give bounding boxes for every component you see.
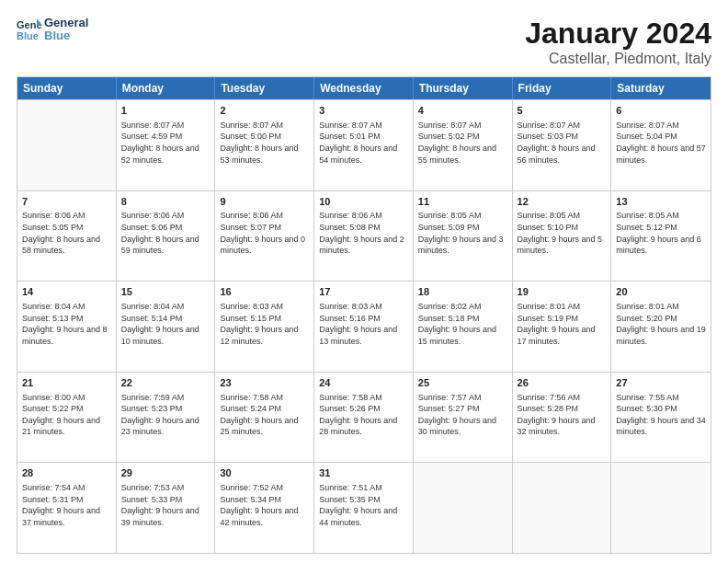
logo-line2: Blue xyxy=(44,29,88,42)
day-number: 22 xyxy=(121,376,210,390)
calendar-cell: 31 Sunrise: 7:51 AM Sunset: 5:35 PM Dayl… xyxy=(314,463,414,553)
day-number: 28 xyxy=(22,466,111,480)
calendar-cell: 8 Sunrise: 8:06 AM Sunset: 5:06 PM Dayli… xyxy=(117,191,216,282)
day-number: 19 xyxy=(518,285,607,299)
cell-info: Sunrise: 7:54 AM Sunset: 5:31 PM Dayligh… xyxy=(22,482,111,528)
calendar-cell xyxy=(414,463,513,553)
day-number: 24 xyxy=(319,376,408,390)
cell-info: Sunrise: 7:51 AM Sunset: 5:35 PM Dayligh… xyxy=(319,482,408,528)
cell-info: Sunrise: 7:56 AM Sunset: 5:28 PM Dayligh… xyxy=(518,392,607,438)
day-number: 23 xyxy=(220,376,309,390)
calendar-week: 28 Sunrise: 7:54 AM Sunset: 5:31 PM Dayl… xyxy=(17,462,711,553)
calendar-cell xyxy=(611,463,711,553)
calendar-cell: 17 Sunrise: 8:03 AM Sunset: 5:16 PM Dayl… xyxy=(314,282,414,372)
cell-info: Sunrise: 8:01 AM Sunset: 5:20 PM Dayligh… xyxy=(616,301,706,347)
day-number: 26 xyxy=(518,376,607,390)
calendar-week: 7 Sunrise: 8:06 AM Sunset: 5:05 PM Dayli… xyxy=(17,190,711,282)
calendar-cell: 5 Sunrise: 8:07 AM Sunset: 5:03 PM Dayli… xyxy=(513,100,612,190)
calendar-cell: 12 Sunrise: 8:05 AM Sunset: 5:10 PM Dayl… xyxy=(513,191,612,282)
cell-info: Sunrise: 8:07 AM Sunset: 5:00 PM Dayligh… xyxy=(220,120,309,166)
calendar-cell: 29 Sunrise: 7:53 AM Sunset: 5:33 PM Dayl… xyxy=(117,463,216,553)
day-number: 16 xyxy=(220,285,309,299)
calendar-cell: 7 Sunrise: 8:06 AM Sunset: 5:05 PM Dayli… xyxy=(17,191,117,282)
cell-info: Sunrise: 8:06 AM Sunset: 5:08 PM Dayligh… xyxy=(319,210,408,256)
day-number: 12 xyxy=(518,195,607,209)
cell-info: Sunrise: 8:03 AM Sunset: 5:16 PM Dayligh… xyxy=(319,301,408,347)
calendar-cell: 25 Sunrise: 7:57 AM Sunset: 5:27 PM Dayl… xyxy=(414,373,513,463)
calendar-cell: 10 Sunrise: 8:06 AM Sunset: 5:08 PM Dayl… xyxy=(314,191,414,282)
day-number: 15 xyxy=(121,285,210,299)
calendar-cell: 28 Sunrise: 7:54 AM Sunset: 5:31 PM Dayl… xyxy=(17,463,117,553)
page: General Blue General Blue January 2024 C… xyxy=(0,0,728,563)
day-of-week-header: Thursday xyxy=(414,77,513,99)
calendar-cell: 24 Sunrise: 7:58 AM Sunset: 5:26 PM Dayl… xyxy=(314,373,414,463)
cell-info: Sunrise: 7:58 AM Sunset: 5:24 PM Dayligh… xyxy=(220,392,309,438)
logo-line1: General xyxy=(44,17,88,29)
day-of-week-header: Tuesday xyxy=(215,77,314,99)
day-number: 25 xyxy=(418,376,507,390)
calendar-cell: 19 Sunrise: 8:01 AM Sunset: 5:19 PM Dayl… xyxy=(513,282,612,372)
day-number: 9 xyxy=(220,195,309,209)
day-number: 20 xyxy=(616,285,706,299)
subtitle: Castellar, Piedmont, Italy xyxy=(525,51,711,67)
calendar-cell: 26 Sunrise: 7:56 AM Sunset: 5:28 PM Dayl… xyxy=(513,373,612,463)
calendar-cell: 1 Sunrise: 8:07 AM Sunset: 4:59 PM Dayli… xyxy=(117,100,216,190)
day-number: 1 xyxy=(121,104,210,118)
calendar: SundayMondayTuesdayWednesdayThursdayFrid… xyxy=(17,76,711,554)
cell-info: Sunrise: 8:06 AM Sunset: 5:05 PM Dayligh… xyxy=(22,210,111,256)
day-number: 10 xyxy=(319,195,408,209)
day-of-week-header: Monday xyxy=(117,77,216,99)
calendar-cell: 9 Sunrise: 8:06 AM Sunset: 5:07 PM Dayli… xyxy=(215,191,314,282)
day-of-week-header: Saturday xyxy=(611,77,711,99)
cell-info: Sunrise: 7:58 AM Sunset: 5:26 PM Dayligh… xyxy=(319,392,408,438)
cell-info: Sunrise: 8:06 AM Sunset: 5:06 PM Dayligh… xyxy=(121,210,210,256)
cell-info: Sunrise: 8:01 AM Sunset: 5:19 PM Dayligh… xyxy=(518,301,607,347)
day-number: 5 xyxy=(518,104,607,118)
cell-info: Sunrise: 8:07 AM Sunset: 4:59 PM Dayligh… xyxy=(121,120,210,166)
logo: General Blue General Blue xyxy=(17,17,88,43)
day-of-week-header: Wednesday xyxy=(314,77,414,99)
day-number: 6 xyxy=(616,104,706,118)
day-number: 7 xyxy=(22,195,111,209)
day-number: 29 xyxy=(121,466,210,480)
cell-info: Sunrise: 8:02 AM Sunset: 5:18 PM Dayligh… xyxy=(418,301,507,347)
calendar-cell: 11 Sunrise: 8:05 AM Sunset: 5:09 PM Dayl… xyxy=(414,191,513,282)
day-number: 13 xyxy=(616,195,706,209)
cell-info: Sunrise: 8:04 AM Sunset: 5:13 PM Dayligh… xyxy=(22,301,111,347)
calendar-cell: 4 Sunrise: 8:07 AM Sunset: 5:02 PM Dayli… xyxy=(414,100,513,190)
calendar-header-row: SundayMondayTuesdayWednesdayThursdayFrid… xyxy=(17,77,711,99)
cell-info: Sunrise: 8:03 AM Sunset: 5:15 PM Dayligh… xyxy=(220,301,309,347)
day-number: 18 xyxy=(418,285,507,299)
calendar-cell: 20 Sunrise: 8:01 AM Sunset: 5:20 PM Dayl… xyxy=(611,282,711,372)
day-number: 21 xyxy=(22,376,111,390)
cell-info: Sunrise: 8:07 AM Sunset: 5:03 PM Dayligh… xyxy=(518,120,607,166)
cell-info: Sunrise: 8:05 AM Sunset: 5:10 PM Dayligh… xyxy=(518,210,607,256)
day-number: 3 xyxy=(319,104,408,118)
cell-info: Sunrise: 8:07 AM Sunset: 5:01 PM Dayligh… xyxy=(319,120,408,166)
main-title: January 2024 xyxy=(525,17,711,51)
calendar-cell: 13 Sunrise: 8:05 AM Sunset: 5:12 PM Dayl… xyxy=(611,191,711,282)
cell-info: Sunrise: 7:53 AM Sunset: 5:33 PM Dayligh… xyxy=(121,482,210,528)
cell-info: Sunrise: 7:52 AM Sunset: 5:34 PM Dayligh… xyxy=(220,482,309,528)
calendar-week: 21 Sunrise: 8:00 AM Sunset: 5:22 PM Dayl… xyxy=(17,372,711,463)
day-number: 31 xyxy=(319,466,408,480)
cell-info: Sunrise: 7:57 AM Sunset: 5:27 PM Dayligh… xyxy=(418,392,507,438)
logo-icon: General Blue xyxy=(17,17,42,42)
calendar-cell: 16 Sunrise: 8:03 AM Sunset: 5:15 PM Dayl… xyxy=(215,282,314,372)
cell-info: Sunrise: 8:06 AM Sunset: 5:07 PM Dayligh… xyxy=(220,210,309,256)
calendar-week: 14 Sunrise: 8:04 AM Sunset: 5:13 PM Dayl… xyxy=(17,281,711,372)
calendar-cell: 27 Sunrise: 7:55 AM Sunset: 5:30 PM Dayl… xyxy=(611,373,711,463)
header: General Blue General Blue January 2024 C… xyxy=(17,17,711,67)
calendar-cell: 15 Sunrise: 8:04 AM Sunset: 5:14 PM Dayl… xyxy=(117,282,216,372)
cell-info: Sunrise: 8:00 AM Sunset: 5:22 PM Dayligh… xyxy=(22,392,111,438)
cell-info: Sunrise: 8:04 AM Sunset: 5:14 PM Dayligh… xyxy=(121,301,210,347)
day-number: 2 xyxy=(220,104,309,118)
calendar-week: 1 Sunrise: 8:07 AM Sunset: 4:59 PM Dayli… xyxy=(17,99,711,190)
calendar-cell: 3 Sunrise: 8:07 AM Sunset: 5:01 PM Dayli… xyxy=(314,100,414,190)
calendar-cell: 18 Sunrise: 8:02 AM Sunset: 5:18 PM Dayl… xyxy=(414,282,513,372)
cell-info: Sunrise: 7:59 AM Sunset: 5:23 PM Dayligh… xyxy=(121,392,210,438)
calendar-cell: 6 Sunrise: 8:07 AM Sunset: 5:04 PM Dayli… xyxy=(611,100,711,190)
cell-info: Sunrise: 8:07 AM Sunset: 5:04 PM Dayligh… xyxy=(616,120,706,166)
day-number: 30 xyxy=(220,466,309,480)
calendar-cell xyxy=(17,100,117,190)
